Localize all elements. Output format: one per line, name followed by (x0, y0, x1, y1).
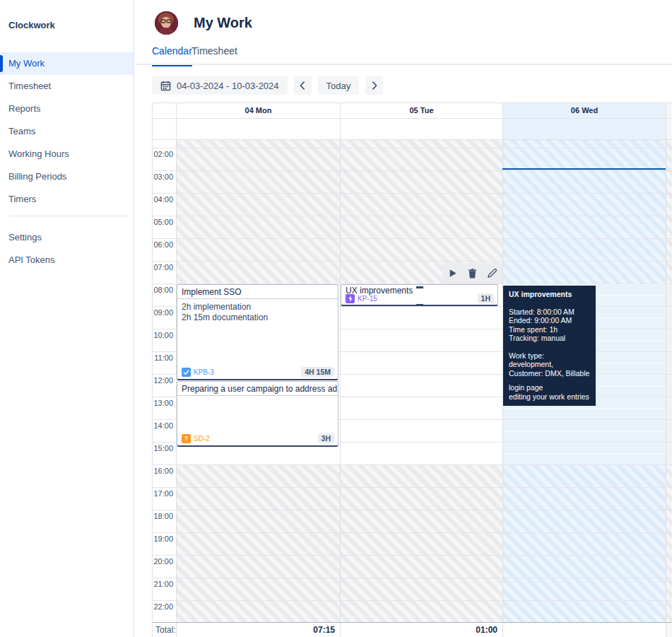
check-icon (182, 368, 191, 377)
sidebar-item-timers[interactable]: Timers (0, 188, 133, 211)
tab-timesheet[interactable]: Timesheet (191, 45, 237, 65)
date-controls: 04-03-2024 - 10-03-2024 Today (152, 76, 383, 95)
lightning-icon (346, 294, 355, 303)
hour-label: 20:00 (153, 557, 173, 566)
hour-label: 06:00 (153, 240, 173, 249)
hour-label: 19:00 (153, 534, 173, 543)
mon-offhours-bottom[interactable] (176, 464, 340, 622)
next-day-sliver (666, 140, 672, 284)
event-title: Preparing a user campaign to address ad.… (177, 382, 338, 396)
sidebar-item-my-work[interactable]: My Work (0, 52, 133, 75)
tue-offhours-top[interactable] (340, 140, 502, 284)
hour-label: 18:00 (153, 512, 173, 520)
trash-icon[interactable] (467, 268, 478, 279)
question-icon: ? (182, 434, 191, 443)
total-row: Total: 07:15 01:00 (153, 622, 672, 637)
sidebar: Clockwork My Work Timesheet Reports Team… (0, 0, 134, 637)
hour-label: 15:00 (153, 444, 173, 452)
column-border (340, 140, 341, 622)
all-day-row[interactable] (153, 118, 672, 140)
wed-offhours-top[interactable] (502, 140, 666, 284)
issue-key[interactable]: KP-15 (358, 295, 377, 303)
tue-offhours-bottom[interactable] (340, 464, 502, 622)
sidebar-nav-secondary: Settings API Tokens (0, 226, 133, 271)
date-range-label: 04-03-2024 - 10-03-2024 (177, 81, 279, 91)
total-tue: 01:00 (340, 623, 502, 637)
hour-label: 21:00 (153, 580, 173, 588)
prev-week-button[interactable] (294, 76, 312, 95)
today-button[interactable]: Today (318, 76, 360, 95)
tooltip-line: login page (509, 383, 590, 392)
day-header-tue[interactable]: 05 Tue (340, 103, 502, 118)
date-range-button[interactable]: 04-03-2024 - 10-03-2024 (152, 76, 288, 95)
tue-working-hours[interactable] (340, 284, 502, 464)
total-mon: 07:15 (176, 623, 340, 637)
hour-label: 04:00 (153, 195, 173, 204)
sidebar-item-settings[interactable]: Settings (0, 226, 133, 249)
sidebar-nav: My Work Timesheet Reports Teams Working … (0, 52, 133, 211)
resize-handle-top[interactable] (416, 286, 423, 288)
event-description: 2h implementation 2h 15m documentation (177, 299, 338, 323)
duration-badge: 3H (318, 433, 334, 443)
duration-badge: 4H 15M (301, 367, 334, 377)
tooltip-line: Tracking: manual (509, 334, 590, 343)
current-time-indicator (502, 168, 666, 170)
time-grid[interactable]: 02:00 03:00 04:00 05:00 06:00 07:00 08:0… (153, 140, 672, 622)
event-footer: KPB-3 4H 15M (182, 367, 334, 377)
time-gutter-header (153, 103, 176, 118)
hour-label: 12:00 (153, 376, 173, 385)
next-week-button[interactable] (365, 76, 383, 95)
event-footer: KP-15 1H (346, 293, 494, 303)
sidebar-item-teams[interactable]: Teams (0, 120, 133, 143)
total-wed (502, 623, 666, 637)
page-title: My Work (194, 15, 252, 31)
hour-label: 03:00 (153, 173, 173, 181)
hour-label: 08:00 (153, 286, 173, 294)
sidebar-item-api-tokens[interactable]: API Tokens (0, 249, 133, 271)
tooltip-line: Customer: DMX, Billable (509, 369, 590, 378)
avatar[interactable] (155, 11, 178, 35)
tooltip-line: Ended: 9:00:00 AM (509, 316, 590, 325)
hour-label: 09:00 (153, 308, 173, 317)
wed-offhours-bottom[interactable] (502, 464, 666, 622)
hour-label: 17:00 (153, 489, 173, 498)
total-next (666, 623, 672, 637)
mon-offhours-top[interactable] (176, 140, 340, 284)
sidebar-item-timesheet[interactable]: Timesheet (0, 75, 133, 98)
resize-handle-bottom[interactable] (416, 304, 423, 306)
tab-calendar[interactable]: Calendar (152, 45, 192, 66)
event-title: Implement SSO (177, 285, 338, 299)
hour-label: 10:00 (153, 331, 173, 339)
all-day-wed[interactable] (502, 119, 666, 139)
sidebar-divider (8, 216, 129, 216)
next-day-sliver (666, 284, 672, 464)
issue-key[interactable]: KPB-3 (194, 368, 214, 376)
column-border (666, 140, 666, 622)
event-user-campaign[interactable]: Preparing a user campaign to address ad.… (177, 381, 338, 447)
hour-label: 13:00 (153, 399, 173, 407)
event-implement-sso[interactable]: Implement SSO 2h implementation 2h 15m d… (177, 284, 338, 380)
day-header-wed-today[interactable]: 06 Wed (502, 103, 666, 118)
avatar-image (155, 11, 178, 35)
all-day-tue[interactable] (340, 119, 502, 139)
play-icon[interactable] (447, 268, 458, 279)
hour-label: 11:00 (153, 353, 173, 362)
event-footer: ? SD-2 3H (182, 433, 334, 443)
calendar-icon (160, 81, 171, 91)
day-header-mon[interactable]: 04 Mon (176, 103, 340, 118)
calendar-day-header: 04 Mon 05 Tue 06 Wed (153, 103, 672, 118)
tooltip-line: editing your work entries (509, 392, 590, 402)
total-label: Total: (153, 623, 176, 637)
tooltip-title: UX improvements (509, 290, 590, 299)
hour-label: 22:00 (153, 602, 173, 611)
sidebar-item-billing-periods[interactable]: Billing Periods (0, 165, 133, 188)
hour-label: 16:00 (153, 467, 173, 475)
sidebar-item-working-hours[interactable]: Working Hours (0, 143, 133, 165)
sidebar-item-reports[interactable]: Reports (0, 98, 133, 120)
tab-bar: Calendar Timesheet (135, 45, 672, 65)
next-day-sliver (666, 464, 672, 622)
issue-key[interactable]: SD-2 (194, 435, 210, 443)
all-day-mon[interactable] (176, 119, 340, 139)
event-ux-improvements[interactable]: UX improvements KP-15 1H (341, 284, 498, 306)
pencil-icon[interactable] (487, 268, 497, 279)
